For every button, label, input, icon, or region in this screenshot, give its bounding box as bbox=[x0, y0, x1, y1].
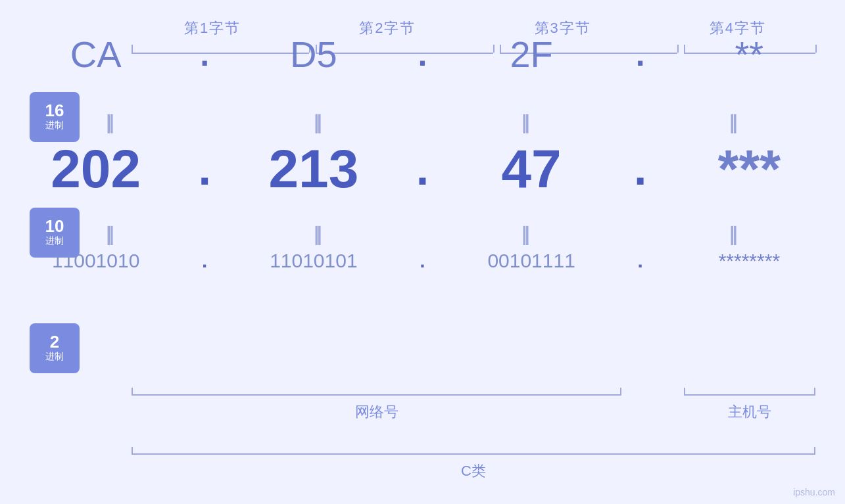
bin-b2: 11010101 bbox=[218, 250, 409, 272]
net-tick-l bbox=[132, 388, 133, 396]
host-tick-r bbox=[814, 388, 815, 396]
host-bracket bbox=[684, 394, 815, 396]
bin-b4: ******** bbox=[654, 250, 845, 272]
hex-b3: 2F bbox=[436, 33, 627, 76]
class-bracket bbox=[132, 453, 815, 455]
dec-b2: 213 bbox=[218, 138, 409, 200]
eq6: ‖ bbox=[228, 223, 409, 245]
eq-group-2: ‖ ‖ ‖ ‖ bbox=[0, 223, 845, 245]
eq-row-1: ‖ ‖ ‖ ‖ bbox=[0, 112, 845, 133]
dot-dec-2: . bbox=[410, 143, 436, 195]
bin-b3: 00101111 bbox=[436, 250, 627, 272]
class-tick-r bbox=[814, 447, 815, 455]
eq-group-1: ‖ ‖ ‖ ‖ bbox=[0, 112, 845, 133]
bin-row: 11001010 . 11010101 . 00101111 . *******… bbox=[0, 250, 845, 272]
dot-dec-1: . bbox=[191, 143, 218, 195]
eq7: ‖ bbox=[436, 223, 617, 245]
network-label: 网络号 bbox=[132, 402, 621, 422]
class-tick-l bbox=[132, 447, 133, 455]
eq3: ‖ bbox=[436, 112, 617, 133]
host-tick-l bbox=[684, 388, 685, 396]
dot-hex-2: . bbox=[410, 35, 436, 74]
dot-hex-3: . bbox=[627, 35, 654, 74]
dec-b3: 47 bbox=[436, 138, 627, 200]
dot-dec-3: . bbox=[627, 143, 654, 195]
watermark: ipshu.com bbox=[793, 487, 835, 497]
dec-b1: 202 bbox=[0, 138, 191, 200]
host-label: 主机号 bbox=[684, 402, 815, 422]
eq-row-2: ‖ ‖ ‖ ‖ bbox=[0, 223, 845, 245]
bin-b1: 11001010 bbox=[0, 250, 191, 272]
hex-b4: ** bbox=[654, 33, 845, 76]
main-container: 第1字节 第2字节 第3字节 第4字节 16 进制 10 进制 2 进制 CA … bbox=[0, 0, 845, 504]
net-tick-r bbox=[620, 388, 621, 396]
hex-b2: D5 bbox=[218, 33, 409, 76]
dec-row: 202 . 213 . 47 . *** bbox=[0, 138, 845, 200]
class-label: C类 bbox=[132, 461, 815, 481]
dot-bin-1: . bbox=[191, 250, 218, 272]
dot-bin-2: . bbox=[410, 250, 436, 272]
bin-label: 2 进制 bbox=[30, 323, 80, 373]
eq4: ‖ bbox=[644, 112, 825, 133]
eq2: ‖ bbox=[228, 112, 409, 133]
eq8: ‖ bbox=[644, 223, 825, 245]
dot-hex-1: . bbox=[191, 35, 218, 74]
dec-b4: *** bbox=[654, 138, 845, 200]
dot-bin-3: . bbox=[627, 250, 654, 272]
network-bracket bbox=[132, 394, 621, 396]
hex-row: CA . D5 . 2F . ** bbox=[0, 33, 845, 76]
hex-b1: CA bbox=[0, 33, 191, 76]
eq1: ‖ bbox=[20, 112, 201, 133]
eq5: ‖ bbox=[20, 223, 201, 245]
